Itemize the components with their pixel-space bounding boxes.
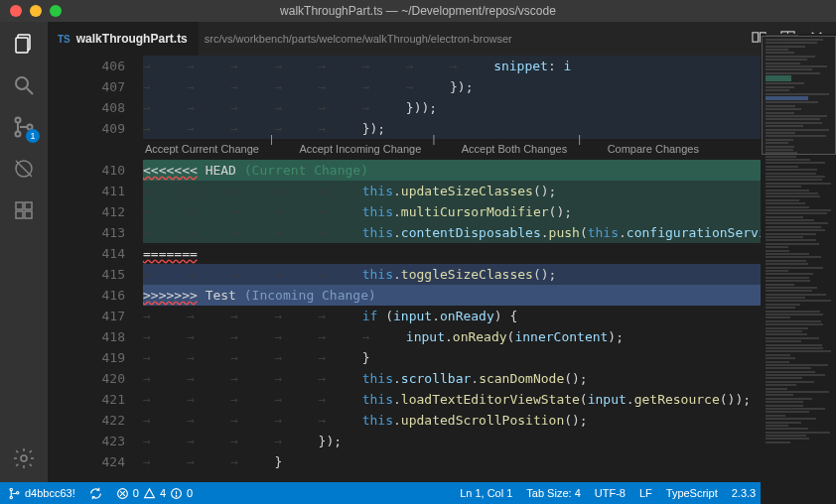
line-number[interactable]: 406 <box>48 56 143 76</box>
code-line[interactable]: → → → → → this.multiCursorModifier(); <box>143 201 836 222</box>
code-line[interactable]: → → → → → → })); <box>143 97 836 118</box>
svg-rect-11 <box>16 211 23 218</box>
code-line[interactable]: → → → → → this.toggleSizeClasses(); <box>143 264 836 285</box>
line-number[interactable]: 416 <box>48 285 143 306</box>
language-mode[interactable]: TypeScript <box>666 487 718 499</box>
code-content[interactable]: → → → → → → → → snippet: i→ → → → → → → … <box>143 56 836 482</box>
svg-point-5 <box>16 132 21 137</box>
line-number[interactable]: 410 <box>48 160 143 181</box>
line-number[interactable]: 417 <box>48 306 143 326</box>
line-number[interactable]: 424 <box>48 451 143 472</box>
code-line[interactable]: → → → → }); <box>143 431 836 451</box>
titlebar: walkThroughPart.ts — ~/Development/repos… <box>0 0 836 22</box>
line-number[interactable]: 421 <box>48 389 143 410</box>
code-editor[interactable]: 4064074084094104114124134144154164174184… <box>48 56 836 482</box>
line-number[interactable]: 420 <box>48 368 143 389</box>
code-line[interactable]: → → → → → this.updatedScrollPosition(); <box>143 410 836 431</box>
code-line[interactable]: → → → → → this.loadTextEditorViewState(i… <box>143 389 836 410</box>
svg-point-13 <box>21 455 27 461</box>
tab-size[interactable]: Tab Size: 4 <box>526 487 580 499</box>
code-line[interactable]: → → → → → this.contentDisposables.push(t… <box>143 222 836 243</box>
code-line[interactable]: >>>>>>> Test (Incoming Change) <box>143 285 836 306</box>
code-line[interactable]: → → → → → → input.onReady(innerContent); <box>143 326 836 347</box>
line-number[interactable]: 418 <box>48 326 143 347</box>
line-number[interactable]: 419 <box>48 347 143 368</box>
code-line[interactable]: → → → → → if (input.onReady) { <box>143 306 836 326</box>
line-number[interactable]: 414 <box>48 243 143 264</box>
code-line[interactable]: → → → → → → → }); <box>143 76 836 97</box>
line-number[interactable]: 423 <box>48 431 143 451</box>
editor-area: TS walkThroughPart.ts src/vs/workbench/p… <box>48 22 836 482</box>
svg-point-2 <box>16 77 28 89</box>
close-window-icon[interactable] <box>10 5 22 17</box>
compare-changes[interactable]: Compare Changes <box>608 139 699 160</box>
statusbar: d4bbcc63! 0 4 0 Ln 1, Col 1 Tab Size: 4 … <box>0 482 836 504</box>
code-line[interactable]: → → → → → this.updateSizeClasses(); <box>143 181 836 201</box>
breadcrumb[interactable]: src/vs/workbench/parts/welcome/walkThrou… <box>199 22 740 56</box>
code-line[interactable]: → → → → → }); <box>143 118 836 139</box>
window-title: walkThroughPart.ts — ~/Development/repos… <box>0 4 836 18</box>
svg-point-21 <box>10 496 12 498</box>
svg-line-3 <box>27 88 33 94</box>
svg-rect-9 <box>16 202 23 209</box>
tabbar: TS walkThroughPart.ts src/vs/workbench/p… <box>48 22 836 56</box>
accept-both-changes[interactable]: Accept Both Changes <box>462 139 567 160</box>
extensions-icon[interactable] <box>10 196 38 224</box>
settings-icon[interactable] <box>10 444 38 472</box>
tab-label: walkThroughPart.ts <box>76 32 188 46</box>
svg-point-28 <box>176 495 177 496</box>
cursor-position[interactable]: Ln 1, Col 1 <box>460 487 512 499</box>
maximize-window-icon[interactable] <box>50 5 62 17</box>
code-line[interactable]: <<<<<<< HEAD (Current Change) <box>143 160 836 181</box>
line-number[interactable]: 413 <box>48 222 143 243</box>
scm-badge: 1 <box>26 129 40 143</box>
typescript-version[interactable]: 2.3.3 <box>732 487 756 499</box>
sync-icon[interactable] <box>89 487 102 500</box>
source-control-icon[interactable]: 1 <box>10 113 38 141</box>
accept-current-change[interactable]: Accept Current Change <box>145 139 259 160</box>
code-line[interactable]: ======= <box>143 243 836 264</box>
line-number[interactable]: 422 <box>48 410 143 431</box>
minimap[interactable] <box>761 34 836 504</box>
eol[interactable]: LF <box>639 487 652 499</box>
search-icon[interactable] <box>10 71 38 99</box>
line-number[interactable]: 409 <box>48 118 143 139</box>
debug-icon[interactable] <box>10 155 38 183</box>
encoding[interactable]: UTF-8 <box>595 487 626 499</box>
svg-rect-10 <box>25 202 32 209</box>
svg-point-4 <box>16 118 21 123</box>
accept-incoming-change[interactable]: Accept Incoming Change <box>299 139 421 160</box>
svg-point-22 <box>17 491 19 493</box>
minimize-window-icon[interactable] <box>30 5 42 17</box>
traffic-lights <box>0 5 62 17</box>
svg-rect-12 <box>25 211 32 218</box>
svg-point-20 <box>10 488 12 490</box>
svg-rect-1 <box>16 38 28 53</box>
explorer-icon[interactable] <box>10 30 38 58</box>
line-number[interactable]: 407 <box>48 76 143 97</box>
line-number[interactable]: 415 <box>48 264 143 285</box>
line-number[interactable]: 408 <box>48 97 143 118</box>
code-line[interactable]: → → → → → this.scrollbar.scanDomNode(); <box>143 368 836 389</box>
git-branch[interactable]: d4bbcc63! <box>8 487 75 500</box>
svg-rect-14 <box>753 33 759 42</box>
branch-label: d4bbcc63! <box>25 487 75 499</box>
gutter: 4064074084094104114124134144154164174184… <box>48 56 143 482</box>
typescript-file-icon: TS <box>58 34 70 45</box>
line-number[interactable]: 411 <box>48 181 143 201</box>
line-number[interactable]: 412 <box>48 201 143 222</box>
code-line[interactable]: → → → → → } <box>143 347 836 368</box>
code-line[interactable]: → → → → → → → → snippet: i <box>143 56 836 76</box>
problems[interactable]: 0 4 0 <box>116 487 193 500</box>
tab-walkthroughpart[interactable]: TS walkThroughPart.ts <box>48 22 199 56</box>
activitybar: 1 <box>0 22 48 482</box>
main-area: 1 TS walkThroughPart.ts src/vs/workbench… <box>0 22 836 482</box>
merge-codelens: Accept Current Change | Accept Incoming … <box>143 139 836 160</box>
code-line[interactable]: → → → } <box>143 451 836 472</box>
